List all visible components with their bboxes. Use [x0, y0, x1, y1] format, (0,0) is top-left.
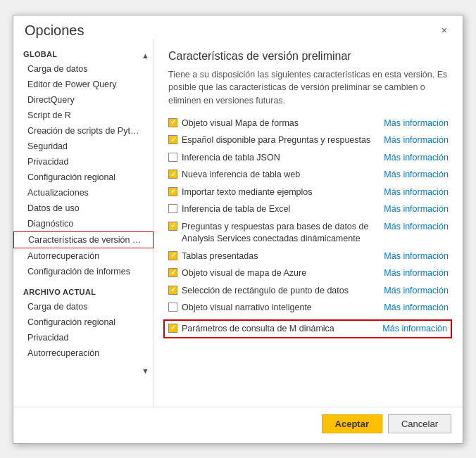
checkbox-visual-7: [168, 251, 177, 260]
checkbox-visual-3: [168, 170, 177, 179]
feature-item-6: Preguntas y respuestas para bases de dat…: [168, 221, 449, 246]
checkbox-visual-5: [168, 204, 177, 213]
mas-info-link-6[interactable]: Más información: [384, 221, 449, 234]
mas-info-link-8[interactable]: Más información: [384, 267, 449, 280]
feature-item-10: Objeto visual narrativo inteligenteMás i…: [168, 302, 449, 314]
checkbox-visual-4: [168, 187, 177, 196]
feature-text-0: Objeto visual Mapa de formas: [182, 117, 380, 130]
global-section-header: GLOBAL: [13, 46, 154, 61]
feature-text-6: Preguntas y respuestas para bases de dat…: [182, 221, 380, 246]
dialog-title: Opciones: [25, 23, 84, 39]
sidebar-global-item-5[interactable]: Seguridad: [13, 139, 154, 154]
feature-text-8: Objeto visual de mapa de Azure: [182, 267, 380, 280]
mas-info-link-11[interactable]: Más información: [382, 323, 447, 336]
feature-text-3: Nueva inferencia de tabla web: [182, 169, 380, 182]
sidebar-global-item-12[interactable]: Autorrecuperación: [13, 248, 154, 264]
feature-item-3: Nueva inferencia de tabla webMás informa…: [168, 169, 449, 182]
feature-text-10: Objeto visual narrativo inteligente: [182, 302, 380, 314]
close-button[interactable]: ×: [437, 23, 451, 37]
checkbox-visual-0: [168, 118, 177, 127]
feature-text-2: Inferencia de tabla JSON: [182, 152, 380, 165]
sidebar-global-item-1[interactable]: Editor de Power Query: [13, 77, 154, 92]
checkbox-visual-6: [168, 222, 177, 231]
sidebar-global-item-0[interactable]: Carga de datos: [13, 61, 154, 77]
feature-item-2: Inferencia de tabla JSONMás información: [168, 152, 449, 165]
feature-item-9: Selección de rectángulo de punto de dato…: [168, 285, 449, 298]
feature-item-0: Objeto visual Mapa de formasMás informac…: [168, 117, 449, 130]
checkbox-visual-9: [168, 286, 177, 295]
sidebar-global-item-2[interactable]: DirectQuery: [13, 92, 154, 108]
mas-info-link-0[interactable]: Más información: [384, 117, 449, 130]
accept-button[interactable]: Aceptar: [322, 414, 382, 433]
sidebar-archivo-item-2[interactable]: Privacidad: [13, 330, 154, 345]
mas-info-link-7[interactable]: Más información: [384, 250, 449, 263]
options-dialog: Opciones × ▲ GLOBAL Carga de datosEditor…: [13, 15, 463, 444]
checkbox-visual-8: [168, 268, 177, 277]
mas-info-link-10[interactable]: Más información: [384, 302, 449, 314]
content-title: Características de versión preliminar: [168, 50, 449, 63]
feature-checkbox-9[interactable]: [168, 286, 177, 295]
feature-text-5: Inferencia de tabla de Excel: [182, 203, 380, 216]
feature-checkbox-8[interactable]: [168, 268, 177, 277]
feature-text-9: Selección de rectángulo de punto de dato…: [182, 285, 380, 298]
sidebar-global-item-7[interactable]: Configuración regional: [13, 170, 154, 185]
content-area: Características de versión preliminar Ti…: [154, 39, 463, 407]
feature-text-11: Parámetros de consulta de M dinámica: [182, 323, 379, 336]
feature-checkbox-2[interactable]: [168, 153, 177, 162]
feature-item-4: Importar texto mediante ejemplosMás info…: [168, 186, 449, 199]
sidebar-archivo-item-0[interactable]: Carga de datos: [13, 299, 154, 314]
checkbox-visual-2: [168, 153, 177, 162]
feature-checkbox-0[interactable]: [168, 118, 177, 127]
mas-info-link-9[interactable]: Más información: [384, 285, 449, 298]
sidebar-archivo-item-3[interactable]: Autorrecuperación: [13, 345, 154, 361]
checkbox-visual-10: [168, 303, 177, 312]
feature-checkbox-1[interactable]: [168, 135, 177, 144]
feature-checkbox-11[interactable]: [168, 324, 177, 333]
feature-item-7: Tablas presentadasMás información: [168, 250, 449, 263]
feature-checkbox-5[interactable]: [168, 204, 177, 213]
cancel-button[interactable]: Cancelar: [388, 414, 451, 433]
feature-checkbox-10[interactable]: [168, 303, 177, 312]
mas-info-link-3[interactable]: Más información: [384, 169, 449, 182]
mas-info-link-5[interactable]: Más información: [384, 203, 449, 216]
feature-text-1: Español disponible para Preguntas y resp…: [182, 134, 380, 147]
feature-checkbox-7[interactable]: [168, 251, 177, 260]
feature-list: Objeto visual Mapa de formasMás informac…: [168, 117, 449, 339]
feature-checkbox-4[interactable]: [168, 187, 177, 196]
sidebar-archivo-item-1[interactable]: Configuración regional: [13, 314, 154, 330]
feature-text-7: Tablas presentadas: [182, 250, 380, 263]
feature-item-1: Español disponible para Preguntas y resp…: [168, 134, 449, 147]
archivo-section-header: ARCHIVO ACTUAL: [13, 284, 154, 299]
sidebar-global-item-3[interactable]: Script de R: [13, 108, 154, 123]
sidebar: ▲ GLOBAL Carga de datosEditor de Power Q…: [13, 39, 154, 407]
feature-item-5: Inferencia de tabla de ExcelMás informac…: [168, 203, 449, 216]
dialog-body: ▲ GLOBAL Carga de datosEditor de Power Q…: [13, 39, 463, 407]
mas-info-link-4[interactable]: Más información: [384, 186, 449, 199]
scroll-up-icon[interactable]: ▲: [142, 51, 149, 60]
content-description: Tiene a su disposición las siguientes ca…: [168, 68, 449, 108]
dialog-footer: Aceptar Cancelar: [13, 407, 463, 443]
sidebar-global-item-6[interactable]: Privacidad: [13, 154, 154, 170]
sidebar-global-item-4[interactable]: Creación de scripts de Python: [13, 123, 154, 139]
checkbox-visual-1: [168, 135, 177, 144]
sidebar-global-item-11[interactable]: Características de versión preli...: [13, 231, 154, 248]
sidebar-global-item-9[interactable]: Datos de uso: [13, 201, 154, 216]
feature-text-4: Importar texto mediante ejemplos: [182, 186, 380, 199]
feature-checkbox-6[interactable]: [168, 222, 177, 231]
mas-info-link-1[interactable]: Más información: [384, 134, 449, 147]
sidebar-global-item-10[interactable]: Diagnóstico: [13, 216, 154, 231]
sidebar-global-item-13[interactable]: Configuración de informes: [13, 264, 154, 279]
feature-checkbox-3[interactable]: [168, 170, 177, 179]
mas-info-link-2[interactable]: Más información: [384, 152, 449, 165]
archivo-nav: Carga de datosConfiguración regionalPriv…: [13, 299, 154, 361]
scroll-down-icon[interactable]: ▼: [142, 367, 149, 375]
global-nav: Carga de datosEditor de Power QueryDirec…: [13, 61, 154, 279]
sidebar-global-item-8[interactable]: Actualizaciones: [13, 185, 154, 201]
feature-item-8: Objeto visual de mapa de AzureMás inform…: [168, 267, 449, 280]
title-bar: Opciones ×: [13, 15, 463, 39]
feature-item-11: Parámetros de consulta de M dinámicaMás …: [163, 319, 452, 339]
checkbox-visual-11: [168, 324, 177, 333]
